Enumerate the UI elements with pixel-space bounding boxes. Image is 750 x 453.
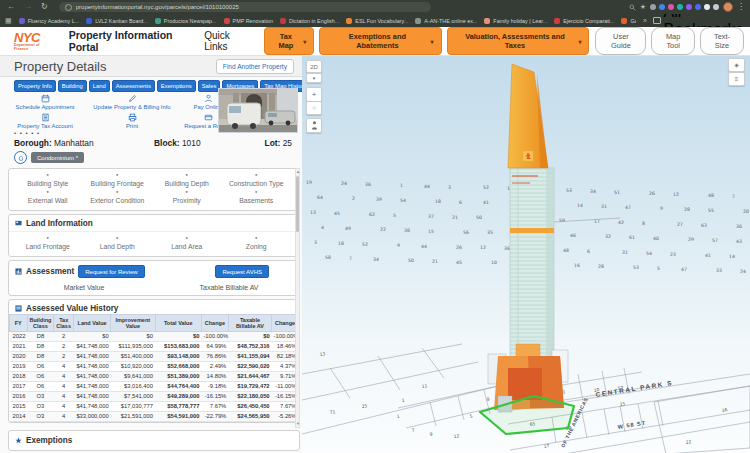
extension-icon[interactable] bbox=[713, 4, 719, 10]
profile-avatar[interactable] bbox=[723, 2, 733, 12]
bookmark-item[interactable]: LVL2 Kanban Board... bbox=[86, 18, 148, 24]
map-2d-toggle-button[interactable]: 2D bbox=[306, 60, 322, 73]
site-info-icon[interactable] bbox=[65, 4, 72, 11]
bookmark-item[interactable]: Productos Newspap... bbox=[155, 18, 217, 24]
column-header: Land Value bbox=[73, 315, 110, 332]
quick-link-dropdown[interactable]: Exemptions and Abatements bbox=[319, 27, 441, 55]
utility-button[interactable]: Map Tool bbox=[651, 27, 695, 55]
svg-text:10: 10 bbox=[491, 260, 497, 265]
map-layers-button[interactable]: ≡ bbox=[728, 72, 745, 86]
extension-icon[interactable] bbox=[686, 4, 692, 10]
svg-text:42: 42 bbox=[618, 220, 624, 225]
search-icon[interactable] bbox=[629, 4, 636, 11]
detail-scroll-area[interactable]: * Building Style * Building Frontage * B… bbox=[8, 168, 300, 428]
request-avhs-button[interactable]: Request AVHS bbox=[215, 265, 269, 278]
find-another-property-button[interactable]: Find Another Property bbox=[216, 59, 294, 74]
bookmark-item[interactable]: Family holiday | Lear... bbox=[484, 18, 547, 24]
field-cell: * Zoning bbox=[222, 235, 292, 252]
schedule-appointment-link[interactable]: Schedule Appointment bbox=[4, 94, 86, 110]
forward-icon[interactable]: → bbox=[22, 3, 34, 11]
svg-text:14: 14 bbox=[577, 203, 583, 208]
bookmark-item[interactable]: ESL Fun Vocabulary... bbox=[346, 18, 408, 24]
panel-scrollbar[interactable]: ▲ ▼ bbox=[295, 168, 300, 428]
bookmark-item[interactable]: Going to - plans | Le... bbox=[621, 18, 636, 24]
svg-text:36: 36 bbox=[365, 182, 371, 187]
land-card: Land Information * Land Frontage * Land … bbox=[8, 214, 300, 257]
update-property-billing-link[interactable]: Update Property & Billing Info bbox=[86, 94, 178, 110]
extension-icon[interactable] bbox=[704, 4, 710, 10]
bookmarks-overflow-icon[interactable]: » bbox=[643, 17, 647, 24]
map-locate-button[interactable]: ◈ bbox=[728, 58, 745, 72]
condominium-badge[interactable]: Condominium * bbox=[31, 152, 84, 163]
utility-button[interactable]: Text-Size bbox=[700, 27, 744, 55]
svg-text:71: 71 bbox=[329, 409, 336, 415]
quick-link-dropdown[interactable]: Tax Map bbox=[264, 27, 315, 55]
bookmark-item[interactable]: Dictation in English... bbox=[280, 18, 339, 24]
svg-text:6: 6 bbox=[459, 200, 462, 205]
property-photo[interactable] bbox=[218, 88, 298, 133]
map-zoom-in-button[interactable]: + bbox=[306, 87, 322, 102]
field-cell: * Construction Type bbox=[222, 172, 292, 189]
svg-text:52: 52 bbox=[362, 242, 368, 247]
bookmark-item[interactable]: Ejercicio Comparati... bbox=[554, 18, 614, 24]
bookmark-item[interactable]: Fluency Academy L... bbox=[19, 18, 80, 24]
detail-tab[interactable]: Sales bbox=[198, 80, 221, 92]
column-header: Change bbox=[201, 315, 228, 332]
back-icon[interactable]: ← bbox=[5, 3, 17, 11]
extension-icon[interactable] bbox=[668, 4, 674, 10]
svg-text:37: 37 bbox=[428, 214, 434, 219]
map-collapse-button[interactable]: ▾ bbox=[306, 73, 322, 83]
svg-text:55: 55 bbox=[708, 208, 714, 213]
scroll-down-arrow[interactable]: ▼ bbox=[296, 421, 299, 427]
nyc-dof-logo[interactable]: NYC Department of Finance bbox=[14, 31, 55, 51]
detail-tab[interactable]: Exemptions bbox=[157, 80, 196, 92]
detail-tab[interactable]: Land bbox=[89, 80, 110, 92]
url-text: propertyinformationportal.nyc.gov/parcel… bbox=[76, 4, 239, 10]
map-pegman-button[interactable] bbox=[306, 118, 322, 133]
browser-menu-icon[interactable]: ⋮ bbox=[737, 3, 745, 11]
bookmark-star-icon[interactable]: ★ bbox=[640, 3, 646, 11]
table-row: 2018O64 $41,748,000$9,641,000$51,389,000… bbox=[10, 371, 299, 381]
scroll-up-arrow[interactable]: ▲ bbox=[296, 169, 299, 175]
photo-carousel-dots[interactable]: • • • • • bbox=[14, 130, 40, 136]
svg-text:12: 12 bbox=[673, 192, 679, 197]
svg-text:18: 18 bbox=[435, 199, 441, 204]
quick-link-dropdown[interactable]: Valuation, Assessments and Taxes bbox=[447, 27, 590, 55]
svg-text:62: 62 bbox=[369, 212, 375, 217]
table-header-row: FYBuilding ClassTax ClassLand ValueImpro… bbox=[10, 315, 299, 332]
request-for-review-button[interactable]: Request for Review bbox=[78, 265, 144, 278]
url-bar[interactable]: propertyinformationportal.nyc.gov/parcel… bbox=[59, 2, 431, 12]
detail-tab[interactable]: Property Info bbox=[14, 80, 56, 92]
print-link[interactable]: Print bbox=[86, 113, 178, 129]
utility-button[interactable]: User Guide bbox=[595, 27, 646, 55]
svg-text:51: 51 bbox=[614, 190, 620, 195]
chrome-right-icons: ★ ⋮ bbox=[629, 2, 745, 12]
map-compass-button[interactable]: ○ bbox=[306, 101, 322, 115]
svg-text:46: 46 bbox=[570, 233, 576, 238]
avh-card: Assessed Value History FYBuilding ClassT… bbox=[8, 299, 300, 423]
extension-icon[interactable] bbox=[695, 4, 701, 10]
detail-tab[interactable]: Building bbox=[58, 80, 87, 92]
all-bookmarks-button[interactable]: All Bookmarks bbox=[653, 14, 745, 27]
reload-icon[interactable]: ↻ bbox=[39, 3, 50, 11]
scrollbar-thumb[interactable] bbox=[296, 176, 299, 232]
bookmark-item[interactable]: A-AN-THE online ex... bbox=[415, 18, 477, 24]
tax-map-3d-view[interactable]: 1924361443521016533451261248764239541864… bbox=[302, 56, 750, 453]
apps-grid-icon[interactable]: ▦ bbox=[5, 17, 12, 24]
extension-icon[interactable] bbox=[650, 4, 656, 10]
home-icon[interactable] bbox=[14, 151, 27, 164]
table-row: 2014O34 $33,000,000$21,591,000$54,591,00… bbox=[10, 411, 299, 421]
svg-text:64: 64 bbox=[317, 195, 323, 200]
property-tax-account-link[interactable]: Property Tax Account bbox=[4, 113, 86, 129]
bookmark-item[interactable]: PMP Renovation bbox=[224, 18, 273, 24]
column-header: Tax Class bbox=[54, 315, 74, 332]
detail-tab[interactable]: Assessments bbox=[112, 80, 155, 92]
table-row: 2015O34 $41,748,000$17,030,777$58,778,77… bbox=[10, 401, 299, 411]
extension-icon[interactable] bbox=[659, 4, 665, 10]
svg-text:34: 34 bbox=[373, 257, 379, 262]
land-section-icon bbox=[15, 220, 22, 227]
svg-text:22: 22 bbox=[685, 439, 692, 445]
svg-text:28: 28 bbox=[598, 264, 604, 269]
field-cell: * Basements bbox=[222, 189, 292, 206]
extension-icon[interactable] bbox=[677, 4, 683, 10]
